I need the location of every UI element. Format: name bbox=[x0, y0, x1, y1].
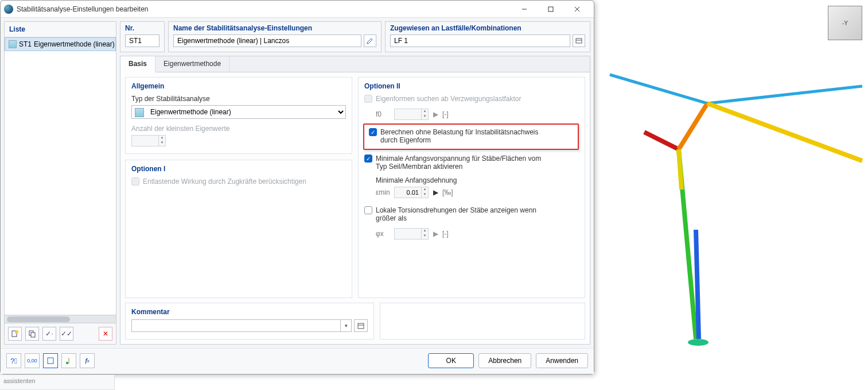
analysis-type-select[interactable]: Eigenwertmethode (linear) bbox=[131, 105, 346, 119]
window-title: Stabilitätsanalyse-Einstellungen bearbei… bbox=[17, 5, 511, 13]
kommentar-preview bbox=[380, 303, 585, 339]
cancel-button[interactable]: Abbrechen bbox=[478, 353, 531, 368]
svg-rect-10 bbox=[548, 7, 553, 11]
tab-eigenwertmethode[interactable]: Eigenwertmethode bbox=[155, 56, 229, 72]
check-button[interactable]: ✓· bbox=[42, 327, 56, 341]
group-title: Allgemein bbox=[131, 82, 346, 90]
highlight-calc-noload: ✓ Berechnen ohne Belastung für Instabili… bbox=[363, 123, 579, 150]
min-strain-label: Minimale Anfangsdehnung bbox=[376, 176, 579, 184]
view-3-button[interactable]: fx bbox=[80, 353, 95, 368]
phix-spin: ▲▼ bbox=[394, 228, 429, 240]
svg-rect-17 bbox=[576, 38, 582, 43]
name-input[interactable] bbox=[173, 34, 361, 47]
eigenvalue-count-spin[interactable]: ▲▼ bbox=[131, 135, 166, 146]
phix-unit: [-] bbox=[442, 230, 449, 238]
group-title: Optionen I bbox=[131, 165, 346, 173]
f0-label: f0 bbox=[376, 110, 390, 118]
apply-button[interactable]: Anwenden bbox=[536, 353, 588, 368]
calc-noload-label: Berechnen ohne Belastung für Instabilitä… bbox=[380, 128, 552, 144]
svg-rect-21 bbox=[48, 358, 53, 364]
kommentar-title: Kommentar bbox=[131, 308, 368, 316]
assign-picker-button[interactable] bbox=[573, 34, 585, 47]
svg-line-6 bbox=[696, 230, 699, 339]
dialog-stability-settings: Stabilitätsanalyse-Einstellungen bearbei… bbox=[0, 0, 594, 374]
assistants-tab-stub: assistenten bbox=[0, 374, 115, 390]
svg-line-2 bbox=[644, 132, 679, 149]
relief-label: Entlastende Wirkung durch Zugkräfte berü… bbox=[143, 177, 306, 186]
list-header: Liste bbox=[5, 22, 116, 37]
svg-line-3 bbox=[679, 103, 707, 149]
f0-unit: [-] bbox=[442, 110, 449, 118]
emin-label: εmin bbox=[376, 188, 390, 196]
group-options-2: Optionen II Eigenformen suchen ab Verzwe… bbox=[358, 77, 585, 298]
delete-button[interactable]: ✕ bbox=[99, 327, 112, 341]
svg-point-8 bbox=[688, 339, 709, 346]
ok-button[interactable]: OK bbox=[428, 353, 474, 368]
assigned-input[interactable] bbox=[390, 34, 570, 47]
settings-type-icon bbox=[9, 40, 17, 48]
svg-line-0 bbox=[610, 75, 707, 103]
type-label: Typ der Stabilitätsanalyse bbox=[131, 95, 346, 103]
group-allgemein: Allgemein Typ der Stabilitätsanalyse Eig… bbox=[125, 77, 352, 154]
copy-item-button[interactable] bbox=[25, 327, 39, 341]
emin-spin[interactable]: ▲▼ bbox=[394, 187, 429, 198]
calc-noload-checkbox[interactable]: ✓ bbox=[369, 128, 377, 136]
f0-spin: ▲▼ bbox=[394, 109, 429, 120]
emin-unit: [‰] bbox=[442, 188, 453, 196]
list-item[interactable]: ST1 Eigenwertmethode (linear) | Lancz bbox=[5, 37, 116, 51]
tab-basis[interactable]: Basis bbox=[120, 56, 155, 72]
close-button[interactable] bbox=[564, 1, 590, 18]
svg-point-14 bbox=[15, 330, 18, 334]
nr-input[interactable] bbox=[125, 34, 159, 47]
edit-name-button[interactable] bbox=[364, 34, 376, 47]
min-prestress-checkbox[interactable]: ✓ bbox=[364, 155, 372, 163]
list-panel: Liste ST1 Eigenwertmethode (linear) | La… bbox=[4, 21, 116, 345]
nr-label: Nr. bbox=[125, 24, 159, 34]
model-render bbox=[593, 0, 868, 356]
titlebar[interactable]: Stabilitätsanalyse-Einstellungen bearbei… bbox=[1, 1, 594, 18]
relief-checkbox bbox=[131, 177, 139, 186]
list-item-name: Eigenwertmethode (linear) | Lancz bbox=[34, 40, 116, 48]
assigned-label: Zugewiesen an Lastfälle/Kombinationen bbox=[390, 24, 585, 34]
app-icon bbox=[4, 5, 13, 14]
count-label: Anzahl der kleinsten Eigenwerte bbox=[131, 125, 346, 133]
view-2-button[interactable] bbox=[61, 353, 76, 368]
kommentar-dropdown[interactable]: ▾ bbox=[340, 319, 352, 332]
help-button[interactable]: ?⃝ bbox=[6, 353, 21, 368]
svg-rect-19 bbox=[358, 323, 364, 329]
kommentar-input[interactable] bbox=[131, 319, 340, 332]
kommentar-edit-button[interactable] bbox=[354, 319, 368, 332]
new-item-button[interactable] bbox=[8, 327, 22, 341]
group-options-1: Optionen I Entlastende Wirkung durch Zug… bbox=[125, 160, 352, 298]
svg-point-23 bbox=[66, 362, 68, 364]
torsion-checkbox[interactable] bbox=[364, 206, 372, 214]
view-1-button[interactable] bbox=[43, 353, 58, 368]
torsion-label: Lokale Torsionsdrehungen der Stäbe anzei… bbox=[376, 206, 548, 222]
svg-line-1 bbox=[707, 86, 862, 103]
horizontal-scrollbar[interactable] bbox=[5, 315, 116, 323]
maximize-button[interactable] bbox=[538, 1, 564, 18]
group-kommentar: Kommentar ▾ bbox=[125, 303, 374, 339]
eigenforms-checkbox bbox=[364, 95, 372, 103]
group-title: Optionen II bbox=[364, 82, 579, 90]
svg-line-7 bbox=[679, 149, 682, 190]
svg-rect-16 bbox=[31, 333, 35, 337]
model-viewport[interactable]: -Y bbox=[593, 0, 868, 356]
axis-cube[interactable]: -Y bbox=[828, 6, 862, 40]
list-item-id: ST1 bbox=[19, 40, 32, 48]
min-prestress-label: Minimale Anfangsvorspannung für Stäbe/Fl… bbox=[376, 155, 548, 171]
units-button[interactable]: 0,00 bbox=[25, 353, 40, 368]
check-all-button[interactable]: ✓✓ bbox=[60, 327, 73, 341]
minimize-button[interactable] bbox=[511, 1, 538, 18]
svg-line-4 bbox=[707, 103, 862, 161]
name-label: Name der Stabilitätsanalyse-Einstellunge… bbox=[173, 24, 376, 34]
eigenforms-label: Eigenformen suchen ab Verzweigungslastfa… bbox=[376, 95, 521, 103]
phix-label: φx bbox=[376, 230, 390, 238]
